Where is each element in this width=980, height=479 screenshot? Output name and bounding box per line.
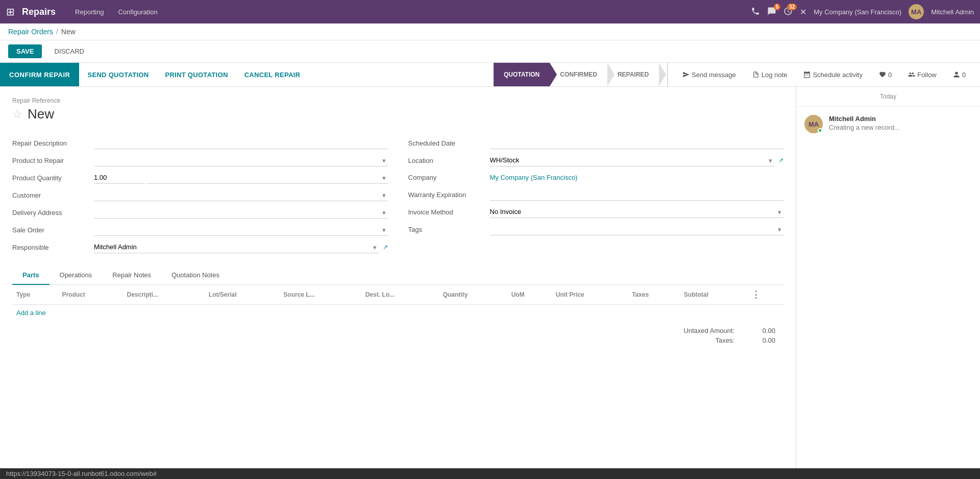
select-responsible-wrapper: Mitchell Admin — [94, 241, 379, 253]
dropdown-responsible[interactable]: Mitchell Admin — [94, 241, 379, 253]
select-invoice-method-wrapper: No Invoice — [490, 206, 784, 218]
confirm-repair-button[interactable]: CONFIRM REPAIR — [0, 63, 79, 86]
location-external-link[interactable]: ↗ — [778, 157, 783, 164]
tab-repair-notes[interactable]: Repair Notes — [102, 266, 161, 285]
field-invoice-method: Invoice Method No Invoice — [408, 203, 784, 221]
col-subtotal: Subtotal — [680, 285, 748, 305]
input-scheduled-date[interactable] — [490, 137, 784, 149]
user-avatar[interactable]: MA — [909, 4, 924, 19]
clock-badge: 32 — [787, 4, 797, 10]
nav-reporting[interactable]: Reporting — [70, 6, 109, 18]
tabs-container: Parts Operations Repair Notes Quotation … — [12, 266, 783, 285]
like-button[interactable]: 0 — [873, 63, 898, 86]
save-button[interactable]: SAVE — [8, 44, 42, 58]
col-type: Type — [12, 285, 58, 305]
app-grid-icon[interactable]: ⊞ — [6, 6, 15, 18]
label-scheduled-date: Scheduled Date — [408, 139, 490, 147]
user-name[interactable]: Mitchell Admin — [931, 8, 974, 16]
taxes-label: Taxes: — [663, 337, 734, 344]
breadcrumb: Repair Orders / New — [0, 23, 980, 40]
value-responsible: Mitchell Admin ↗ — [94, 241, 388, 253]
dropdown-sale-order[interactable] — [94, 224, 388, 236]
company-name[interactable]: My Company (San Francisco) — [814, 8, 901, 16]
chatter-message: MA Mitchell Admin Creating a new record.… — [796, 107, 980, 141]
totals-section: Untaxed Amount: 0.00 Taxes: 0.00 — [12, 321, 783, 350]
workflow-actions: CONFIRM REPAIR SEND QUOTATION PRINT QUOT… — [0, 63, 485, 86]
phone-icon[interactable] — [751, 7, 760, 17]
form-grid: Repair Description Product to Repair Pro… — [12, 134, 783, 256]
dropdown-location[interactable]: WH/Stock — [490, 154, 775, 166]
untaxed-amount-row: Untaxed Amount: 0.00 — [663, 327, 775, 334]
value-company[interactable]: My Company (San Francisco) — [490, 172, 578, 183]
form-right-column: Scheduled Date Location WH/Stock ↗ — [408, 134, 784, 256]
breadcrumb-current: New — [61, 28, 76, 36]
value-warranty-expiration — [490, 188, 784, 201]
status-url: https://13934073-15-0-all.runbot61.odoo.… — [6, 470, 157, 476]
nav-configuration[interactable]: Configuration — [113, 6, 162, 18]
print-quotation-button[interactable]: PRINT QUOTATION — [157, 63, 236, 86]
select-delivery-address — [94, 206, 388, 219]
chatter-today: Today — [796, 87, 980, 107]
close-icon[interactable]: ✕ — [800, 7, 806, 17]
value-location: WH/Stock ↗ — [490, 154, 784, 166]
label-sale-order: Sale Order — [12, 226, 94, 234]
col-dest-loc: Dest. Lo... — [361, 285, 439, 305]
dropdown-product-to-repair[interactable] — [94, 154, 388, 166]
message-text: Creating a new record... — [829, 124, 972, 131]
field-tags: Tags — [408, 221, 784, 238]
dropdown-customer[interactable] — [94, 189, 388, 201]
favorite-star-icon[interactable]: ☆ — [12, 108, 22, 121]
message-content: Mitchell Admin Creating a new record... — [829, 115, 972, 133]
form-left-column: Repair Description Product to Repair Pro… — [12, 134, 388, 256]
schedule-activity-button[interactable]: Schedule activity — [797, 63, 869, 86]
responsible-external-link[interactable]: ↗ — [383, 244, 388, 251]
field-product-quantity: Product Quantity — [12, 169, 388, 186]
breadcrumb-separator: / — [56, 28, 58, 36]
follow-button[interactable]: Follow — [902, 63, 943, 86]
field-warranty-expiration: Warranty Expiration — [408, 186, 784, 203]
tab-quotation-notes[interactable]: Quotation Notes — [161, 266, 230, 285]
messages-badge: 5 — [774, 4, 781, 10]
log-note-button[interactable]: Log note — [746, 63, 794, 86]
form-panel: Repair Reference ☆ New Repair Descriptio… — [0, 87, 796, 476]
followers-button[interactable]: 0 — [947, 63, 972, 86]
input-warranty-expiration[interactable] — [490, 188, 784, 201]
status-confirmed[interactable]: CONFIRMED — [550, 63, 607, 86]
clock-icon[interactable]: 32 — [783, 7, 793, 17]
add-line-button[interactable]: Add a line — [12, 305, 50, 321]
label-product-to-repair: Product to Repair — [12, 157, 94, 164]
cancel-repair-button[interactable]: CANCEL REPAIR — [236, 63, 309, 86]
breadcrumb-parent[interactable]: Repair Orders — [8, 28, 53, 36]
send-message-button[interactable]: Send message — [676, 63, 742, 86]
repair-name: New — [28, 106, 54, 122]
top-navigation: ⊞ Repairs Reporting Configuration 5 32 ✕… — [0, 0, 980, 23]
col-lot-serial: Lot/Serial — [205, 285, 280, 305]
select-location-wrapper: WH/Stock — [490, 154, 775, 166]
send-quotation-button[interactable]: SEND QUOTATION — [79, 63, 157, 86]
table-options-icon[interactable]: ⋮ — [751, 290, 761, 300]
discard-button[interactable]: DISCARD — [46, 44, 92, 58]
status-quotation[interactable]: QUOTATION — [494, 63, 550, 86]
repair-title: ☆ New — [12, 106, 783, 122]
field-repair-description: Repair Description — [12, 134, 388, 152]
messages-icon[interactable]: 5 — [767, 7, 776, 17]
dropdown-tags[interactable] — [490, 223, 784, 235]
status-repaired[interactable]: REPAIRED — [607, 63, 659, 86]
dropdown-uom[interactable] — [147, 172, 388, 184]
select-customer — [94, 189, 388, 201]
field-responsible: Responsible Mitchell Admin ↗ — [12, 238, 388, 256]
tab-parts[interactable]: Parts — [12, 266, 50, 285]
chatter-panel: Today MA Mitchell Admin Creating a new r… — [796, 87, 980, 476]
input-repair-description[interactable] — [94, 137, 388, 149]
dropdown-delivery-address[interactable] — [94, 206, 388, 219]
label-invoice-method: Invoice Method — [408, 208, 490, 216]
label-tags: Tags — [408, 226, 490, 233]
app-title[interactable]: Repairs — [22, 7, 56, 17]
message-avatar: MA — [804, 115, 823, 133]
input-product-quantity[interactable] — [94, 172, 145, 184]
repair-ref-label: Repair Reference — [12, 97, 783, 104]
tab-operations[interactable]: Operations — [50, 266, 103, 285]
dropdown-invoice-method[interactable]: No Invoice — [490, 206, 784, 218]
untaxed-amount-value: 0.00 — [745, 327, 775, 334]
status-steps: QUOTATION CONFIRMED REPAIRED — [485, 63, 667, 86]
